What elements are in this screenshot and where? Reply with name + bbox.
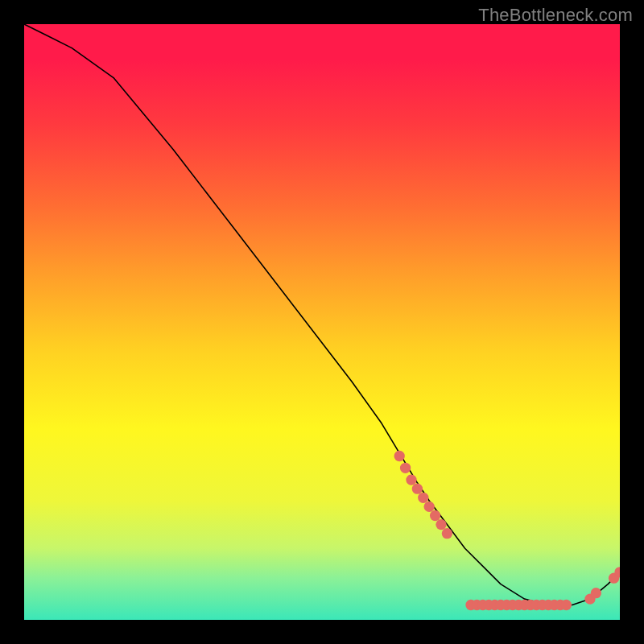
highlight-dot	[430, 510, 440, 521]
chart-svg	[24, 24, 620, 620]
highlight-dot	[406, 474, 416, 485]
highlight-dot	[424, 502, 435, 512]
highlight-dot	[400, 463, 411, 473]
bottleneck-curve	[24, 24, 620, 605]
highlight-dots	[394, 451, 620, 610]
highlight-dot	[442, 528, 452, 539]
highlight-dot	[561, 600, 572, 610]
plot-area	[24, 24, 620, 620]
highlight-dot	[412, 484, 423, 494]
highlight-dot	[591, 588, 601, 598]
highlight-dot	[394, 451, 405, 461]
attribution-text: TheBottleneck.com	[478, 5, 633, 26]
chart-stage: TheBottleneck.com	[0, 0, 644, 644]
highlight-dot	[418, 493, 428, 503]
highlight-dot	[436, 519, 446, 530]
